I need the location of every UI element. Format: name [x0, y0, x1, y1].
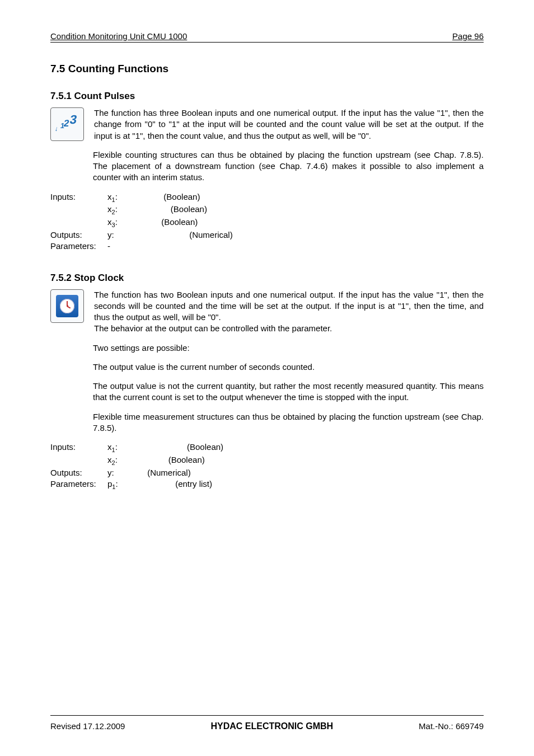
footer-left: Revised 17.12.2009 [50, 721, 125, 731]
page-footer: Revised 17.12.2009 HYDAC ELECTRONIC GMBH… [50, 711, 484, 732]
stop-clock-paragraph-1: The function has two Boolean inputs and … [94, 289, 484, 335]
header-left: Condition Monitoring Unit CMU 1000 [50, 31, 187, 41]
count-pulses-icon: ↓ 1 2 3 [50, 107, 84, 141]
stop-clock-io: Inputs: x1: (Boolean) x2: (Boolean) Outp… [50, 442, 484, 491]
page-header: Condition Monitoring Unit CMU 1000 Page … [50, 31, 484, 41]
io-label-outputs: Outputs: [50, 229, 107, 241]
stop-clock-paragraph-3: The output value is the current number o… [93, 361, 484, 373]
footer-right: Mat.-No.: 669749 [419, 721, 484, 731]
io-label-parameters: Parameters: [50, 478, 107, 491]
section-count-pulses: 7.5.1 Count Pulses ↓ 1 2 3 The function … [50, 91, 484, 252]
io-label-outputs: Outputs: [50, 467, 107, 478]
count-pulses-io: Inputs: x1: (Boolean) x2: (Boolean) x3: … [50, 191, 484, 252]
count-pulses-paragraph-2: Flexible counting structures can thus be… [93, 149, 484, 184]
heading-count-pulses: 7.5.1 Count Pulses [50, 91, 484, 102]
stop-clock-icon [50, 289, 84, 323]
heading-stop-clock: 7.5.2 Stop Clock [50, 273, 484, 284]
stop-clock-paragraph-4: The output value is not the current quan… [93, 381, 484, 403]
io-label-parameters: Parameters: [50, 241, 107, 252]
section-stop-clock: 7.5.2 Stop Clock The function has two Bo… [50, 273, 484, 491]
header-right: Page 96 [452, 31, 484, 41]
count-pulses-paragraph-1: The function has three Boolean inputs an… [94, 107, 484, 142]
heading-counting-functions: 7.5 Counting Functions [50, 63, 484, 75]
stop-clock-paragraph-2: Two settings are possible: [93, 342, 484, 354]
footer-center: HYDAC ELECTRONIC GMBH [210, 721, 333, 731]
stop-clock-paragraph-5: Flexible time measurement structures can… [93, 411, 484, 434]
footer-rule [50, 715, 484, 716]
io-label-inputs: Inputs: [50, 442, 107, 454]
io-label-inputs: Inputs: [50, 191, 107, 204]
header-rule [50, 42, 484, 43]
